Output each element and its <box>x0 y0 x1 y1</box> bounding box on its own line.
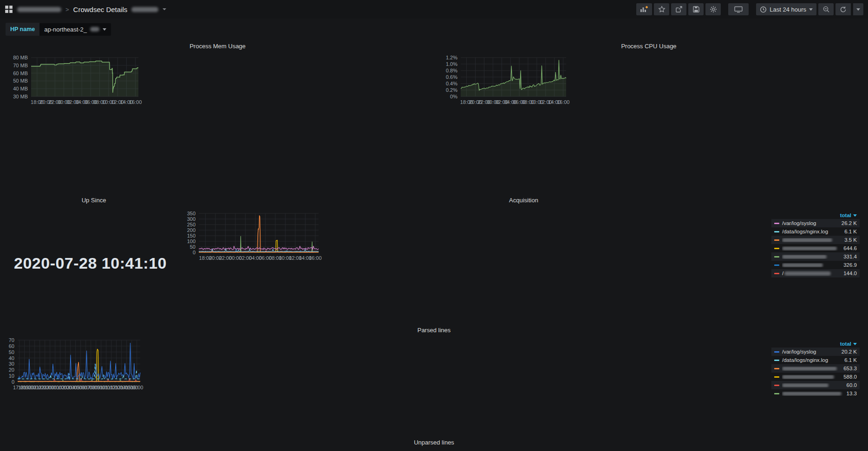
panel-process-cpu-usage: Process CPU Usage 1.2%1.0%0.8%0.6%0.4%0.… <box>435 41 862 194</box>
legend-sort-total[interactable]: total <box>771 340 860 348</box>
svg-text:50: 50 <box>190 244 196 250</box>
series-total-value: 331.4 <box>843 254 857 259</box>
legend-row[interactable]: /data/logs/nginx.log6.1 K <box>771 356 860 364</box>
breadcrumb-suffix-redacted <box>131 7 158 12</box>
svg-text:250: 250 <box>187 222 196 227</box>
series-color-swatch <box>774 273 779 274</box>
legend-row[interactable]: 60.0 <box>771 381 860 389</box>
acquisition-chart[interactable]: 35030025020015010050018:0020:0022:0000:0… <box>185 195 324 264</box>
breadcrumb-separator: > <box>65 6 69 13</box>
legend-row[interactable]: /data/logs/nginx.log6.1 K <box>771 227 860 236</box>
breadcrumb-folder-redacted[interactable] <box>17 7 61 12</box>
svg-text:0.8%: 0.8% <box>446 68 457 73</box>
panel-title-unparsed[interactable]: Unparsed lines <box>6 439 862 446</box>
series-label[interactable] <box>782 383 847 387</box>
series-label[interactable] <box>782 246 843 251</box>
add-panel-button[interactable] <box>636 3 652 15</box>
svg-text:0.6%: 0.6% <box>446 74 457 80</box>
panel-title-up-since[interactable]: Up Since <box>6 197 182 204</box>
legend-row[interactable]: 588.0 <box>771 373 860 381</box>
legend-row[interactable]: /var/log/syslog20.2 K <box>771 348 860 356</box>
series-label[interactable] <box>782 367 843 371</box>
redacted-series-label <box>782 383 829 387</box>
series-label[interactable] <box>782 255 843 259</box>
svg-text:30: 30 <box>9 361 14 367</box>
clock-icon <box>760 6 767 13</box>
svg-text:16:00: 16:00 <box>131 385 144 390</box>
series-label[interactable]: /var/log/syslog <box>782 349 842 354</box>
save-dashboard-button[interactable] <box>688 3 704 15</box>
series-label[interactable]: /data/logs/nginx.log <box>782 229 844 234</box>
variable-value-dropdown[interactable]: ap-northeast-2_ <box>39 23 111 36</box>
redacted-series-label <box>782 255 827 259</box>
svg-text:40: 40 <box>9 355 14 361</box>
legend-row[interactable]: 326.9 <box>771 261 860 269</box>
breadcrumb-dashboard-title[interactable]: Crowdsec Details <box>73 6 128 13</box>
time-range-picker[interactable]: Last 24 hours <box>756 3 816 15</box>
svg-text:0.4%: 0.4% <box>446 81 457 86</box>
panel-title-parsed[interactable]: Parsed lines <box>6 327 862 334</box>
refresh-interval-dropdown[interactable] <box>853 3 863 15</box>
svg-text:50 MB: 50 MB <box>13 78 28 84</box>
series-total-value: 326.9 <box>843 262 857 268</box>
series-label[interactable] <box>782 392 847 396</box>
apps-grid-icon[interactable] <box>5 5 13 13</box>
mem-usage-chart[interactable]: 80 MB70 MB60 MB50 MB40 MB30 MB18:0020:00… <box>6 41 145 110</box>
series-total-value: 6.1 K <box>844 229 857 234</box>
series-color-swatch <box>774 248 779 249</box>
legend-row[interactable]: /144.0 <box>771 269 860 277</box>
series-total-value: 60.0 <box>847 382 857 388</box>
legend-row[interactable]: 653.3 <box>771 364 860 373</box>
series-label[interactable]: /data/logs/nginx.log <box>782 357 844 363</box>
dashboard-title-caret-icon[interactable] <box>163 8 166 10</box>
panel-up-since: Up Since 2020-07-28 10:41:10 <box>6 195 182 321</box>
series-color-swatch <box>774 231 779 232</box>
share-dashboard-button[interactable] <box>671 3 686 15</box>
legend-sort-total[interactable]: total <box>771 212 860 219</box>
variable-caret-icon <box>103 28 106 31</box>
parsed-lines-chart[interactable]: 70605040302010017:0018:0019:0020:0021:00… <box>6 325 145 394</box>
series-label[interactable] <box>782 263 843 267</box>
gear-icon <box>710 6 717 13</box>
tv-mode-button[interactable] <box>728 3 749 15</box>
variable-value-text: ap-northeast-2_ <box>44 26 87 33</box>
legend-row[interactable]: 644.6 <box>771 244 860 252</box>
series-color-swatch <box>774 264 779 266</box>
parsed-legend: total/var/log/syslog20.2 K/data/logs/ngi… <box>771 340 860 398</box>
legend-row[interactable]: 3.5 K <box>771 236 860 244</box>
series-label[interactable] <box>782 375 843 379</box>
series-color-swatch <box>774 351 779 353</box>
series-total-value: 588.0 <box>843 374 857 380</box>
cpu-usage-chart[interactable]: 1.2%1.0%0.8%0.6%0.4%0.2%0%18:0020:0022:0… <box>435 41 574 110</box>
zoom-out-time-button[interactable] <box>818 3 834 15</box>
svg-text:0%: 0% <box>450 94 457 99</box>
series-label[interactable] <box>782 238 844 242</box>
series-total-value: 653.3 <box>843 366 857 371</box>
series-color-swatch <box>774 368 779 369</box>
sort-caret-icon <box>853 214 857 217</box>
legend-row[interactable]: /var/log/syslog26.2 K <box>771 219 860 227</box>
legend-row[interactable]: 13.3 <box>771 389 860 398</box>
redacted-series-label <box>782 392 842 396</box>
svg-text:16:00: 16:00 <box>309 255 322 261</box>
panel-unparsed-lines: Unparsed lines <box>6 435 862 451</box>
svg-text:350: 350 <box>187 211 196 216</box>
series-total-value: 3.5 K <box>844 237 857 243</box>
series-label[interactable]: /var/log/syslog <box>782 220 842 226</box>
series-color-swatch <box>774 256 779 258</box>
series-color-swatch <box>774 393 779 394</box>
sort-caret-icon <box>853 343 857 345</box>
series-label[interactable]: / <box>782 271 843 276</box>
panel-title-mem[interactable]: Process Mem Usage <box>6 43 430 50</box>
panel-title-cpu[interactable]: Process CPU Usage <box>435 43 862 50</box>
dashboard-settings-button[interactable] <box>705 3 721 15</box>
refresh-button[interactable] <box>835 3 851 15</box>
panel-title-acquisition[interactable]: Acquisition <box>185 197 862 204</box>
legend-row[interactable]: 331.4 <box>771 252 860 261</box>
share-icon <box>675 6 683 13</box>
up-since-value: 2020-07-28 10:41:10 <box>14 254 167 272</box>
star-dashboard-button[interactable] <box>654 3 669 15</box>
variable-label: HP name <box>6 23 39 36</box>
panel-acquisition: Acquisition 35030025020015010050018:0020… <box>185 195 862 321</box>
svg-text:20: 20 <box>9 367 14 373</box>
